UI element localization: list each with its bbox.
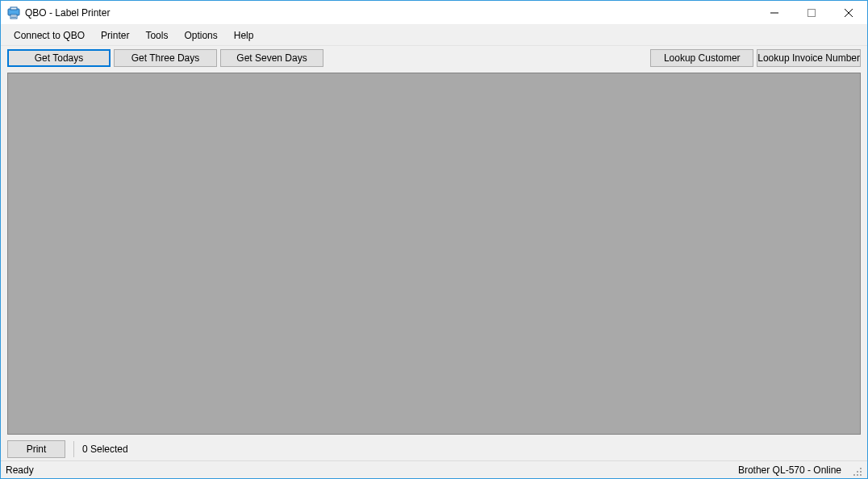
svg-point-11 (860, 471, 862, 473)
app-icon (7, 6, 20, 19)
minimize-button[interactable] (756, 1, 793, 24)
svg-rect-6 (808, 9, 816, 16)
svg-point-9 (860, 468, 862, 469)
svg-point-14 (860, 474, 862, 476)
window-title: QBO - Label Printer (25, 7, 756, 19)
svg-point-13 (857, 474, 858, 476)
bottom-bar: Print 0 Selected (1, 438, 867, 460)
window-controls (756, 1, 867, 24)
svg-point-10 (857, 471, 858, 473)
toolbar: Get Todays Get Three Days Get Seven Days… (1, 46, 867, 70)
data-grid[interactable] (7, 73, 861, 435)
svg-rect-1 (10, 7, 17, 10)
get-three-days-button[interactable]: Get Three Days (114, 49, 217, 67)
lookup-invoice-number-button[interactable]: Lookup Invoice Number (757, 49, 861, 67)
status-right: Brother QL-570 - Online (738, 464, 841, 476)
menu-connect-to-qbo[interactable]: Connect to QBO (6, 27, 93, 44)
maximize-button[interactable] (793, 1, 830, 24)
menu-printer[interactable]: Printer (93, 27, 137, 44)
titlebar: QBO - Label Printer (1, 1, 867, 25)
content-area (1, 70, 867, 438)
svg-point-12 (853, 474, 855, 476)
menu-help[interactable]: Help (226, 27, 262, 44)
selected-count-label: 0 Selected (82, 444, 128, 455)
lookup-customer-button[interactable]: Lookup Customer (650, 49, 753, 67)
get-seven-days-button[interactable]: Get Seven Days (220, 49, 323, 67)
status-left: Ready (6, 464, 738, 476)
menu-tools[interactable]: Tools (137, 27, 176, 44)
size-grip-icon[interactable] (849, 464, 862, 477)
statusbar: Ready Brother QL-570 - Online (1, 460, 867, 478)
menubar: Connect to QBO Printer Tools Options Hel… (1, 25, 867, 46)
menu-options[interactable]: Options (176, 27, 225, 44)
print-button[interactable]: Print (7, 440, 65, 458)
get-todays-button[interactable]: Get Todays (7, 49, 111, 67)
separator (73, 441, 74, 457)
svg-rect-2 (10, 15, 17, 19)
close-button[interactable] (830, 1, 867, 24)
